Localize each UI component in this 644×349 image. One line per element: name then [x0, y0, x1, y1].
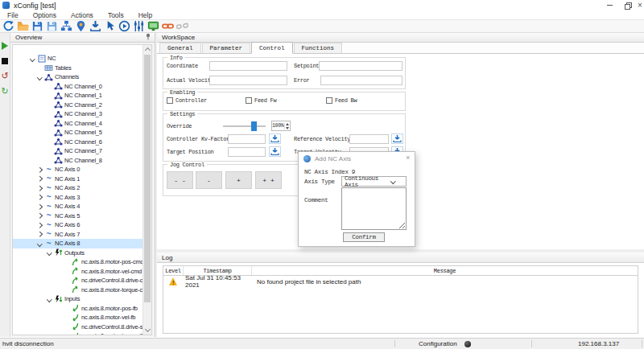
save-icon[interactable]	[31, 20, 43, 32]
override-slider-track[interactable]	[223, 125, 266, 127]
tab-functions[interactable]: Functions	[294, 43, 343, 53]
tab-control[interactable]: Control	[251, 42, 293, 54]
chevron-right-icon[interactable]	[35, 214, 43, 218]
jog-minus-button[interactable]: -	[196, 171, 222, 189]
location-pin-icon[interactable]	[75, 20, 87, 32]
tree-item-axis-selected[interactable]: ~NC Axis 8	[13, 239, 142, 248]
tree-item-axis[interactable]: ~NC Axis 7	[13, 230, 142, 240]
coordinate-input[interactable]	[209, 61, 287, 71]
tree-item-axis[interactable]: ~NC Axis 2	[13, 183, 142, 193]
reference-velocity-download-button[interactable]	[391, 133, 403, 144]
chevron-down-icon[interactable]	[45, 251, 53, 255]
tree-item-outputs[interactable]: Outputs	[13, 248, 142, 258]
start-icon[interactable]	[1, 41, 10, 50]
tree-item-axis[interactable]: ~NC Axis 6	[13, 220, 142, 230]
chevron-right-icon[interactable]	[35, 187, 43, 191]
target-position-input[interactable]	[228, 147, 266, 157]
jog-fast-plus-button[interactable]: + +	[255, 171, 282, 189]
tree-item-channel[interactable]: NC Channel_8	[13, 156, 142, 166]
kv-factor-input[interactable]	[228, 134, 266, 144]
tree-item-axis[interactable]: ~NC Axis 1	[13, 174, 142, 184]
chevron-down-icon[interactable]	[35, 242, 43, 246]
tree-item-channel[interactable]: NC Channel_2	[13, 101, 142, 110]
log-row[interactable]: ! Sat Jul 31 10:45:53 2021 No found proj…	[163, 276, 638, 287]
tree-item-signal[interactable]: nc.driveControl.8.drive-control	[13, 276, 142, 285]
chevron-down-icon[interactable]	[45, 298, 53, 302]
tree-item-channel[interactable]: NC Channel_0	[13, 82, 142, 92]
target-position-download-button[interactable]	[269, 146, 281, 157]
tree-item-channel[interactable]: NC Channel_5	[13, 128, 142, 138]
reset-icon[interactable]: ↺	[1, 72, 10, 80]
setpoint-input[interactable]	[319, 61, 402, 71]
tree-item-inputs[interactable]: Inputs	[13, 294, 142, 304]
menu-file[interactable]: File	[0, 11, 26, 19]
tree-item-nc[interactable]: NC	[13, 54, 142, 64]
axis-type-select[interactable]: Continuous Axis	[341, 176, 407, 187]
chevron-right-icon[interactable]	[35, 168, 43, 172]
tune-icon[interactable]	[133, 20, 145, 32]
controller-checkbox[interactable]	[167, 97, 173, 104]
monitor-icon[interactable]	[147, 20, 159, 32]
override-slider-handle[interactable]	[251, 121, 257, 131]
minimize-button[interactable]	[601, 0, 618, 10]
chevron-down-icon[interactable]	[28, 57, 36, 61]
tree-item-axis[interactable]: ~NC Axis 0	[13, 165, 142, 174]
error-input[interactable]	[320, 76, 402, 85]
tree-item-tables[interactable]: Tables	[13, 64, 142, 73]
kv-download-button[interactable]	[269, 133, 281, 144]
tree-item-signal[interactable]: nc.driveControl.8.drive-status	[13, 322, 142, 332]
tree-item-channel[interactable]: NC Channel_4	[13, 119, 142, 129]
confirm-button[interactable]: Confirm	[343, 232, 385, 242]
tree-item-channel[interactable]: NC Channel_3	[13, 109, 142, 119]
actual-velocity-input[interactable]	[209, 76, 287, 85]
tree-scrollbar[interactable]	[142, 45, 151, 335]
menu-options[interactable]: Options	[26, 11, 64, 19]
override-spinner[interactable]: 100%	[271, 121, 291, 131]
connect-icon[interactable]	[162, 20, 174, 32]
save-as-icon[interactable]	[46, 20, 58, 32]
scrollbar-thumb[interactable]	[144, 55, 151, 302]
feed-fw-checkbox[interactable]	[246, 97, 252, 104]
stop-icon[interactable]	[1, 56, 10, 65]
tree-item-axis[interactable]: ~NC Axis 3	[13, 193, 142, 203]
tree-item-axis[interactable]: ~NC Axis 5	[13, 211, 142, 221]
maximize-button[interactable]	[618, 0, 636, 10]
tree-item-signal[interactable]: nc.axis.8.motor-torque-fb	[13, 331, 142, 335]
tree-item-channel[interactable]: NC Channel_1	[13, 91, 142, 101]
tab-general[interactable]: General	[159, 43, 201, 53]
scroll-down-icon[interactable]	[144, 326, 150, 332]
tree-item-channels[interactable]: Channels	[13, 72, 142, 82]
download-config-icon[interactable]	[89, 20, 101, 32]
reference-velocity-input[interactable]	[349, 134, 389, 144]
pointer-icon[interactable]	[104, 20, 116, 32]
jog-fast-minus-button[interactable]: - -	[167, 171, 193, 189]
jog-plus-button[interactable]: +	[225, 171, 252, 189]
dialog-close-icon[interactable]: ×	[406, 154, 410, 162]
reload-project-icon[interactable]	[2, 20, 14, 32]
log-col-message[interactable]: Message	[252, 266, 638, 275]
tree-item-axis[interactable]: ~NC Axis 4	[13, 202, 142, 211]
chevron-right-icon[interactable]	[35, 177, 43, 181]
refresh-icon[interactable]: ↻	[1, 87, 10, 96]
tree-item-signal[interactable]: nc.axis.8.motor-torque-cmd	[13, 285, 142, 295]
tree-item-channel[interactable]: NC Channel_7	[13, 146, 142, 156]
chevron-right-icon[interactable]	[35, 205, 43, 209]
topology-icon[interactable]	[60, 20, 72, 32]
menu-help[interactable]: Help	[131, 11, 159, 19]
tree-item-signal[interactable]: nc.axis.8.motor-pos-fb	[13, 304, 142, 314]
chevron-down-icon[interactable]	[35, 76, 43, 80]
open-folder-icon[interactable]	[17, 20, 29, 32]
tree-item-signal[interactable]: nc.axis.8.motor-pos-cmd	[13, 257, 142, 267]
chevron-right-icon[interactable]	[35, 232, 43, 236]
chevron-right-icon[interactable]	[35, 195, 43, 199]
menu-tools[interactable]: Tools	[101, 11, 131, 19]
tree-item-channel[interactable]: NC Channel_6	[13, 138, 142, 147]
chevron-right-icon[interactable]	[35, 224, 43, 228]
menu-actions[interactable]: Actions	[64, 11, 101, 19]
feed-bw-checkbox[interactable]	[326, 97, 332, 104]
spinner-arrows-icon[interactable]	[284, 123, 290, 129]
comment-textarea[interactable]	[341, 187, 407, 230]
run-icon[interactable]	[118, 20, 130, 32]
tree-item-signal[interactable]: nc.axis.8.motor-vel-fb	[13, 313, 142, 322]
tab-parameter[interactable]: Parameter	[202, 43, 251, 53]
